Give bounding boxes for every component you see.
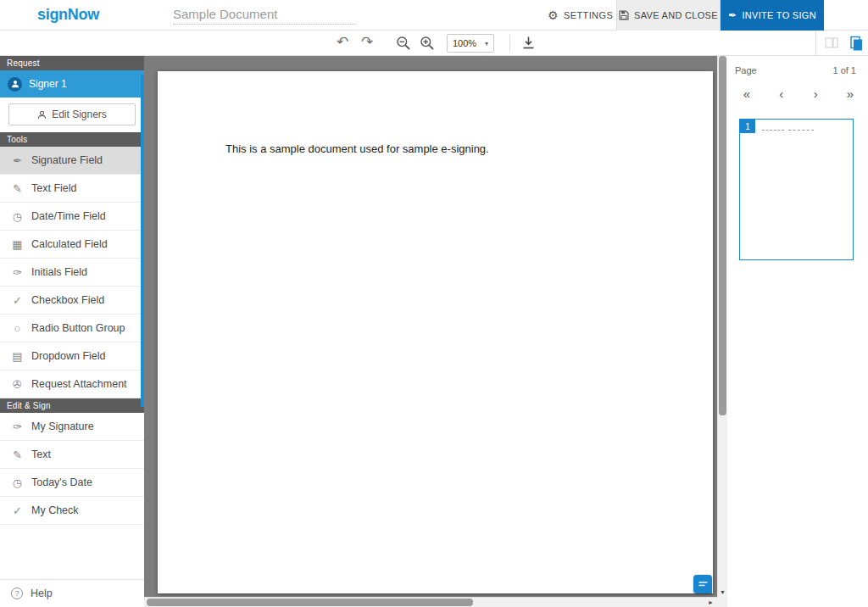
tool-label: Radio Button Group bbox=[31, 322, 125, 334]
tool-my-check[interactable]: ✓ My Check bbox=[0, 497, 144, 525]
page-thumbnail-number: 1 bbox=[740, 120, 755, 133]
clock-icon: ◷ bbox=[11, 476, 24, 489]
thumbnail-text-preview bbox=[762, 130, 814, 131]
chat-bubble-icon bbox=[698, 580, 709, 589]
edit-signers-button[interactable]: Edit Signers bbox=[8, 103, 136, 125]
pen-icon: ✒ bbox=[728, 9, 737, 21]
zoom-level-value: 100% bbox=[453, 38, 476, 48]
tool-label: Initials Field bbox=[31, 266, 87, 278]
tool-checkbox-field[interactable]: ✓ Checkbox Field bbox=[0, 287, 144, 315]
document-title-field[interactable]: Sample Document bbox=[173, 7, 356, 25]
invite-to-sign-label: INVITE TO SIGN bbox=[742, 10, 816, 20]
last-page-button[interactable]: » bbox=[841, 86, 860, 102]
pages-header: Page 1 of 1 bbox=[727, 56, 868, 75]
list-icon: ▤ bbox=[11, 350, 24, 363]
gear-icon: ⚙ bbox=[548, 8, 559, 22]
document-canvas: This is a sample document used for sampl… bbox=[144, 56, 727, 607]
radio-circle-icon: ○ bbox=[11, 322, 24, 335]
tool-label: Today's Date bbox=[31, 476, 92, 488]
tool-label: Calculated Field bbox=[31, 238, 108, 250]
toolbar-divider bbox=[815, 31, 816, 56]
pages-panel: Page 1 of 1 « ‹ › » 1 bbox=[727, 56, 868, 607]
page-thumbnail[interactable]: 1 bbox=[739, 119, 854, 260]
first-page-button[interactable]: « bbox=[737, 86, 756, 102]
pen-nib-icon: ✒ bbox=[11, 154, 24, 167]
download-button[interactable] bbox=[521, 36, 536, 50]
tool-my-signature[interactable]: ✑ My Signature bbox=[0, 413, 144, 441]
page-count: 1 of 1 bbox=[832, 65, 856, 75]
top-header: signNow Sample Document ⚙ SETTINGS SAVE … bbox=[0, 0, 868, 31]
paperclip-icon: ✇ bbox=[11, 378, 24, 391]
tool-label: Date/Time Field bbox=[31, 210, 106, 222]
tool-label: Dropdown Field bbox=[31, 350, 106, 362]
edit-sign-section-header: Edit & Sign bbox=[0, 398, 144, 413]
scroll-right-arrow-icon[interactable]: ► bbox=[708, 599, 714, 605]
tool-initials-field[interactable]: ✑ Initials Field bbox=[0, 259, 144, 287]
undo-button[interactable]: ↶ bbox=[337, 33, 348, 51]
document-page[interactable]: This is a sample document used for sampl… bbox=[158, 71, 713, 593]
tool-text-field[interactable]: ✎ Text Field bbox=[0, 175, 144, 203]
page-label: Page bbox=[735, 65, 757, 75]
horizontal-scrollbar[interactable]: ► bbox=[144, 597, 717, 607]
next-page-button[interactable]: › bbox=[806, 86, 825, 102]
nib-outline-icon: ✑ bbox=[11, 420, 24, 433]
invite-to-sign-button[interactable]: ✒ INVITE TO SIGN bbox=[721, 0, 824, 31]
signnow-logo[interactable]: signNow bbox=[37, 6, 99, 24]
tool-date-time-field[interactable]: ◷ Date/Time Field bbox=[0, 203, 144, 231]
document-body-text: This is a sample document used for sampl… bbox=[225, 142, 489, 155]
page-navigation: « ‹ › » bbox=[727, 75, 868, 102]
tool-my-text[interactable]: ✎ Text bbox=[0, 441, 144, 469]
save-and-close-button[interactable]: SAVE AND CLOSE bbox=[616, 0, 721, 31]
signer-1-item[interactable]: Signer 1 bbox=[0, 70, 144, 97]
edit-signers-area: Edit Signers bbox=[0, 97, 144, 132]
tools-section-header: Tools bbox=[0, 132, 144, 147]
tool-radio-button-group[interactable]: ○ Radio Button Group bbox=[0, 315, 144, 342]
tool-label: My Check bbox=[31, 504, 79, 516]
zoom-out-button[interactable] bbox=[396, 36, 411, 51]
tool-label: Request Attachment bbox=[31, 378, 127, 390]
tool-request-attachment[interactable]: ✇ Request Attachment bbox=[0, 370, 144, 398]
pencil-icon: ✎ bbox=[11, 448, 24, 461]
chevron-down-icon: ▾ bbox=[485, 40, 488, 47]
toolbar-divider bbox=[509, 35, 510, 52]
scroll-down-arrow-icon[interactable]: ▼ bbox=[718, 589, 727, 595]
thumbnails-view-icon bbox=[824, 36, 839, 51]
vertical-scrollbar-thumb[interactable] bbox=[719, 56, 726, 415]
vertical-scrollbar[interactable]: ▼ bbox=[717, 56, 727, 597]
scrollbar-corner bbox=[717, 597, 727, 607]
tool-label: Text bbox=[31, 448, 51, 460]
zoom-level-select[interactable]: 100% ▾ bbox=[447, 34, 494, 53]
pencil-icon: ✎ bbox=[11, 182, 24, 195]
calculator-icon: ▦ bbox=[11, 238, 24, 251]
edit-signers-label: Edit Signers bbox=[52, 109, 107, 120]
previous-page-button[interactable]: ‹ bbox=[772, 86, 791, 102]
tool-label: Signature Field bbox=[31, 154, 103, 166]
clock-icon: ◷ bbox=[11, 210, 24, 223]
request-section-header: Request bbox=[0, 56, 144, 70]
signer-label: Signer 1 bbox=[29, 78, 67, 90]
nib-outline-icon: ✑ bbox=[11, 266, 24, 279]
signer-avatar-icon bbox=[8, 77, 22, 92]
redo-button[interactable]: ↷ bbox=[361, 33, 373, 51]
settings-label: SETTINGS bbox=[564, 10, 613, 20]
sidebar-scrollbar-thumb[interactable] bbox=[141, 75, 144, 407]
tools-sidebar: Request Signer 1 Edit Signers Tools ✒ Si… bbox=[0, 56, 144, 607]
settings-button[interactable]: ⚙ SETTINGS bbox=[548, 0, 613, 31]
tool-signature-field[interactable]: ✒ Signature Field bbox=[0, 147, 144, 175]
editor-toolbar: ↶ ↷ 100% ▾ bbox=[0, 31, 868, 56]
tool-dropdown-field[interactable]: ▤ Dropdown Field bbox=[0, 342, 144, 370]
tool-calculated-field[interactable]: ▦ Calculated Field bbox=[0, 231, 144, 259]
question-circle-icon: ? bbox=[11, 588, 23, 599]
help-label: Help bbox=[31, 588, 53, 599]
save-and-close-label: SAVE AND CLOSE bbox=[634, 10, 718, 20]
tool-label: Text Field bbox=[31, 182, 77, 194]
horizontal-scrollbar-thumb[interactable] bbox=[147, 599, 473, 606]
help-button[interactable]: ? Help bbox=[0, 579, 144, 607]
save-icon bbox=[619, 10, 629, 20]
pages-panel-toggle-icon[interactable] bbox=[849, 36, 864, 51]
check-icon: ✓ bbox=[11, 504, 24, 517]
zoom-in-button[interactable] bbox=[420, 36, 435, 51]
check-icon: ✓ bbox=[11, 294, 24, 307]
tool-todays-date[interactable]: ◷ Today's Date bbox=[0, 469, 144, 497]
feedback-chat-button[interactable] bbox=[693, 575, 712, 593]
